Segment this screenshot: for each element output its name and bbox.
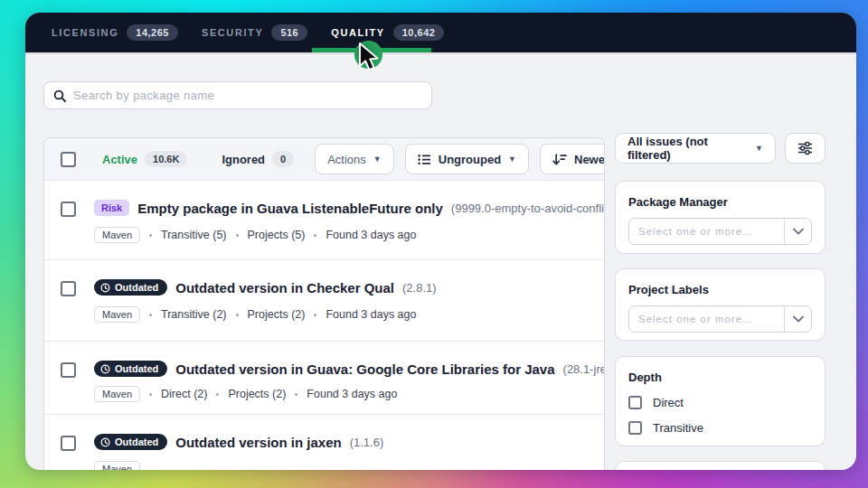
grouping-label: Ungrouped: [439, 153, 501, 166]
issue-found: Found 3 days ago: [307, 388, 397, 400]
issue-row[interactable]: Outdated Outdated version in Checker Qua…: [44, 260, 604, 342]
chevron-down-icon: ▼: [373, 155, 382, 164]
clock-icon: [100, 364, 110, 374]
dot-separator: [295, 393, 297, 396]
sort-descending-icon: [552, 153, 567, 166]
issue-version: (2.8.1): [402, 281, 437, 295]
filter-settings-button[interactable]: [785, 133, 826, 164]
tab-security[interactable]: SECURITY 516: [202, 24, 307, 41]
active-filter-toggle[interactable]: Active 10.6K: [102, 151, 187, 167]
issue-row[interactable]: Outdated Outdated version in jaxen (1.1.…: [44, 415, 604, 470]
issue-title: Outdated version in Checker Qual: [175, 280, 394, 296]
partial-filter-panel: [615, 461, 826, 470]
top-nav-bar: LICENSING 14,265 SECURITY 516 QUALITY 10…: [25, 13, 856, 52]
row-checkbox[interactable]: [61, 281, 76, 296]
package-manager-tag: Maven: [94, 306, 140, 323]
page-body: Active 10.6K Ignored 0 Actions ▼: [25, 52, 856, 470]
issue-scope: Transitive (2): [161, 308, 226, 321]
grouping-dropdown-button[interactable]: Ungrouped ▼: [405, 144, 529, 174]
sort-dropdown-button[interactable]: Newest ▼: [540, 144, 605, 174]
project-labels-panel: Project Labels Select one or more...: [615, 268, 826, 341]
issue-projects: Projects (2): [228, 388, 286, 400]
select-all-checkbox[interactable]: [61, 152, 76, 167]
actions-label: Actions: [327, 153, 366, 166]
search-icon: [53, 89, 66, 102]
package-search: [43, 81, 432, 109]
issue-filter-summary-dropdown[interactable]: All issues (not filtered) ▼: [615, 133, 776, 164]
row-checkbox[interactable]: [61, 436, 76, 451]
chevron-down-icon: [793, 315, 804, 323]
issue-version: (9999.0-empty-to-avoid-conflict-with-: [451, 202, 604, 215]
issue-title: Empty package in Guava ListenableFuture …: [137, 201, 443, 216]
dot-separator: [314, 234, 316, 237]
package-manager-panel: Package Manager Select one or more...: [615, 181, 826, 254]
gradient-backdrop: LICENSING 14,265 SECURITY 516 QUALITY 10…: [0, 0, 868, 488]
app-window: LICENSING 14,265 SECURITY 516 QUALITY 10…: [25, 13, 856, 470]
mouse-cursor-icon: [358, 42, 382, 75]
ignored-label: Ignored: [222, 153, 265, 166]
dot-separator: [236, 314, 239, 316]
clock-icon: [100, 437, 110, 447]
ignored-filter-toggle[interactable]: Ignored 0: [222, 151, 294, 167]
project-labels-title: Project Labels: [628, 283, 812, 296]
issue-projects: Projects (5): [248, 229, 306, 241]
package-manager-tag: Maven: [94, 386, 140, 402]
issue-version: (28.1-jre): [563, 362, 604, 376]
tab-licensing-count-badge: 14,265: [127, 24, 178, 41]
actions-dropdown-button[interactable]: Actions ▼: [315, 144, 394, 174]
list-toolbar: Active 10.6K Ignored 0 Actions ▼: [44, 138, 604, 181]
tab-quality-count-badge: 10,642: [393, 24, 445, 41]
row-checkbox[interactable]: [61, 202, 76, 217]
chevron-down-icon: ▼: [508, 155, 516, 164]
sort-label: Newest: [574, 153, 605, 166]
ignored-count-badge: 0: [272, 151, 294, 167]
issue-row[interactable]: Risk Empty package in Guava ListenableFu…: [44, 181, 604, 260]
direct-label: Direct: [653, 396, 684, 409]
dot-separator: [149, 234, 152, 237]
dot-separator: [236, 234, 239, 237]
transitive-label: Transitive: [653, 421, 703, 435]
package-manager-placeholder: Select one or more...: [629, 226, 784, 237]
dot-separator: [149, 393, 152, 396]
depth-panel: Depth Direct Transitive: [615, 356, 826, 446]
dot-separator: [314, 314, 316, 316]
chevron-down-icon: ▼: [755, 144, 763, 153]
outdated-badge: Outdated: [94, 361, 167, 377]
filters-sidebar: All issues (not filtered) ▼: [615, 133, 826, 470]
project-labels-select[interactable]: Select one or more...: [628, 305, 812, 333]
issue-version: (1.1.6): [350, 436, 384, 449]
tab-security-count-badge: 516: [271, 24, 307, 41]
clock-icon: [100, 283, 110, 293]
depth-option-direct[interactable]: Direct: [628, 396, 812, 409]
issue-row[interactable]: Outdated Outdated version in Guava: Goog…: [44, 342, 604, 415]
tab-security-label: SECURITY: [202, 27, 263, 38]
package-manager-tag: Maven: [94, 461, 140, 470]
project-labels-placeholder: Select one or more...: [629, 314, 784, 324]
dot-separator: [149, 314, 152, 316]
package-manager-title: Package Manager: [628, 195, 812, 209]
issue-found: Found 3 days ago: [326, 308, 416, 321]
tab-licensing[interactable]: LICENSING 14,265: [52, 24, 178, 41]
direct-checkbox[interactable]: [628, 396, 642, 409]
search-input[interactable]: [73, 89, 422, 102]
active-count-badge: 10.6K: [145, 151, 187, 167]
tab-licensing-label: LICENSING: [52, 27, 118, 38]
depth-option-transitive[interactable]: Transitive: [628, 421, 812, 435]
active-label: Active: [102, 153, 137, 166]
chevron-down-icon: [793, 228, 804, 235]
list-group-icon: [418, 153, 431, 166]
issue-scope: Direct (2): [161, 388, 207, 400]
issues-list-card: Active 10.6K Ignored 0 Actions ▼: [43, 137, 605, 470]
tab-quality-label: QUALITY: [331, 27, 384, 38]
outdated-badge: Outdated: [94, 434, 167, 450]
package-manager-select[interactable]: Select one or more...: [628, 218, 812, 245]
issue-projects: Projects (2): [248, 308, 306, 321]
depth-title: Depth: [628, 371, 812, 384]
issue-filter-summary-label: All issues (not filtered): [627, 135, 748, 162]
transitive-checkbox[interactable]: [628, 421, 642, 435]
issue-scope: Transitive (5): [161, 229, 226, 241]
row-checkbox[interactable]: [61, 362, 76, 378]
issue-found: Found 3 days ago: [326, 229, 416, 241]
tab-quality[interactable]: QUALITY 10,642: [331, 24, 444, 41]
sliders-icon: [797, 141, 813, 155]
